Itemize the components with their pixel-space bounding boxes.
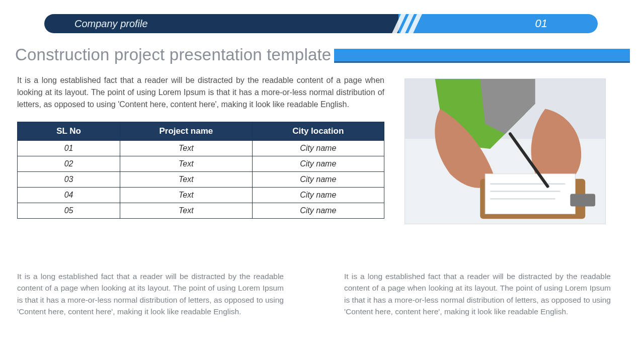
cell-name: Text xyxy=(120,156,252,172)
projects-table: SL No Project name City location 01 Text… xyxy=(17,122,384,219)
bottom-row: It is a long established fact that a rea… xyxy=(17,270,630,317)
cell-name: Text xyxy=(120,188,252,203)
title-row: Construction project presentation templa… xyxy=(15,45,630,64)
bottom-paragraph-right: It is a long established fact that a rea… xyxy=(344,270,611,317)
table-row: 05 Text City name xyxy=(18,203,384,219)
cell-name: Text xyxy=(120,141,252,156)
svg-rect-3 xyxy=(485,174,575,214)
cell-sl: 04 xyxy=(18,188,120,203)
title-accent-bar xyxy=(334,49,630,63)
slide-number: 01 xyxy=(535,14,547,33)
table-header-row: SL No Project name City location xyxy=(18,122,384,141)
table-row: 03 Text City name xyxy=(18,172,384,188)
left-column: It is a long established fact that a rea… xyxy=(17,74,384,224)
cell-sl: 05 xyxy=(18,203,120,219)
table-row: 04 Text City name xyxy=(18,188,384,203)
cell-name: Text xyxy=(120,172,252,188)
svg-rect-8 xyxy=(570,194,595,207)
page-title: Construction project presentation templa… xyxy=(15,45,334,64)
slide: Company profile 01 Construction project … xyxy=(0,0,644,362)
table-header-slno: SL No xyxy=(18,122,120,141)
header-bar: Company profile 01 xyxy=(44,14,598,33)
right-column xyxy=(405,74,630,224)
table-row: 01 Text City name xyxy=(18,141,384,156)
body-top: It is a long established fact that a rea… xyxy=(17,74,630,224)
header-label: Company profile xyxy=(74,14,148,33)
cell-city: City name xyxy=(252,172,384,188)
cell-name: Text xyxy=(120,203,252,219)
cell-sl: 01 xyxy=(18,141,120,156)
cell-city: City name xyxy=(252,141,384,156)
table-header-city: City location xyxy=(252,122,384,141)
cell-sl: 03 xyxy=(18,172,120,188)
bottom-paragraph-left: It is a long established fact that a rea… xyxy=(17,270,284,317)
intro-paragraph: It is a long established fact that a rea… xyxy=(17,74,384,111)
table-header-project: Project name xyxy=(120,122,252,141)
cell-city: City name xyxy=(252,203,384,219)
table-row: 02 Text City name xyxy=(18,156,384,172)
photo-construction-worker xyxy=(405,78,606,224)
cell-sl: 02 xyxy=(18,156,120,172)
header-stripes-icon xyxy=(390,14,462,33)
cell-city: City name xyxy=(252,188,384,203)
cell-city: City name xyxy=(252,156,384,172)
